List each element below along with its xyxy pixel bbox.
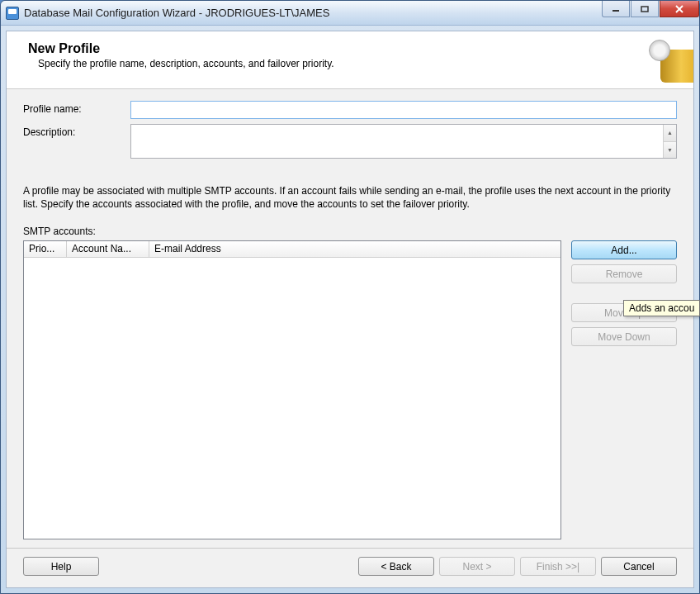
cancel-button[interactable]: Cancel: [601, 557, 677, 576]
footer-buttons: Help < Back Next > Finish >>| Cancel: [23, 557, 677, 582]
smtp-accounts-grid[interactable]: Prio... Account Na... E-mail Address: [23, 240, 561, 539]
description-label: Description:: [23, 124, 130, 138]
profile-name-label: Profile name:: [23, 101, 130, 115]
col-email[interactable]: E-mail Address: [149, 241, 560, 257]
close-button[interactable]: [660, 1, 699, 17]
col-account-name[interactable]: Account Na...: [67, 241, 149, 257]
grid-body[interactable]: [24, 258, 560, 539]
content-area: New Profile Specify the profile name, de…: [6, 31, 694, 588]
svg-rect-0: [612, 10, 619, 12]
add-button[interactable]: Add...: [571, 240, 677, 259]
move-down-button[interactable]: Move Down: [571, 327, 677, 346]
profile-name-row: Profile name:: [23, 101, 677, 119]
window-title: Database Mail Configuration Wizard - JRO…: [24, 7, 601, 19]
maximize-button[interactable]: [631, 1, 659, 17]
grid-header: Prio... Account Na... E-mail Address: [24, 241, 560, 258]
description-wrap: ▲ ▼: [130, 124, 677, 159]
description-scroll: ▲ ▼: [663, 125, 676, 158]
svg-rect-1: [641, 7, 648, 12]
info-text: A profile may be associated with multipl…: [23, 185, 677, 211]
description-row: Description: ▲ ▼: [23, 124, 677, 159]
accounts-row: Prio... Account Na... E-mail Address Add…: [23, 240, 677, 539]
wizard-body: Profile name: Description: ▲ ▼ A profile…: [7, 89, 693, 587]
page-title: New Profile: [28, 41, 679, 56]
app-icon: [6, 7, 19, 20]
page-subtitle: Specify the profile name, description, a…: [38, 58, 679, 69]
next-button[interactable]: Next >: [439, 557, 515, 576]
smtp-section-label: SMTP accounts:: [23, 226, 677, 237]
window-controls: [601, 1, 699, 25]
finish-button[interactable]: Finish >>|: [520, 557, 596, 576]
side-buttons: Add... Remove Move Up Move Down: [571, 240, 677, 539]
titlebar[interactable]: Database Mail Configuration Wizard - JRO…: [1, 1, 699, 26]
minimize-icon: [612, 6, 620, 12]
profile-name-input[interactable]: [130, 101, 677, 119]
wizard-header: New Profile Specify the profile name, de…: [7, 31, 693, 89]
scroll-up-button[interactable]: ▲: [664, 125, 676, 142]
close-icon: [674, 5, 684, 13]
add-button-tooltip: Adds an accou: [623, 300, 700, 316]
maximize-icon: [641, 6, 649, 12]
minimize-button[interactable]: [602, 1, 630, 17]
col-priority[interactable]: Prio...: [24, 241, 67, 257]
header-graphic: [644, 40, 693, 85]
back-button[interactable]: < Back: [358, 557, 434, 576]
description-input[interactable]: [131, 125, 663, 158]
help-button[interactable]: Help: [23, 557, 99, 576]
wizard-window: Database Mail Configuration Wizard - JRO…: [0, 0, 700, 594]
footer-divider: [7, 548, 693, 549]
gear-icon: [649, 40, 670, 61]
remove-button[interactable]: Remove: [571, 264, 677, 283]
scroll-down-button[interactable]: ▼: [664, 142, 676, 159]
